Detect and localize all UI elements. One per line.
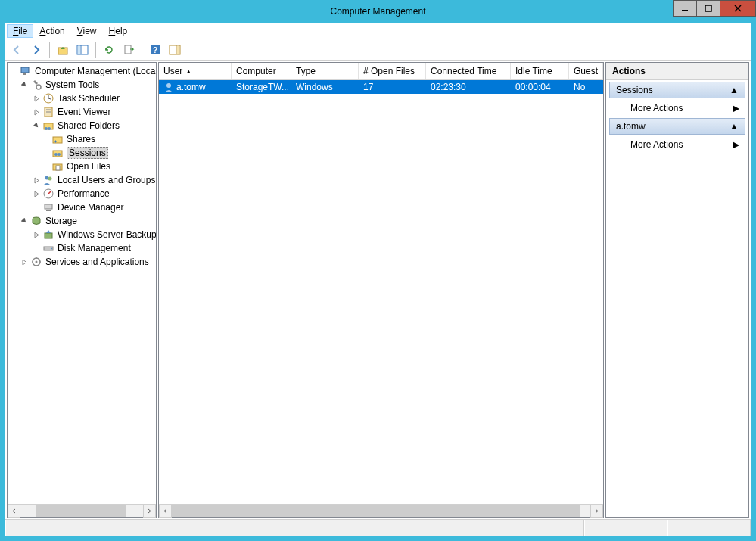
- col-computer[interactable]: Computer: [232, 63, 291, 79]
- maximize-button[interactable]: [696, 0, 720, 17]
- svg-rect-8: [125, 45, 131, 54]
- disk-icon: [42, 242, 54, 254]
- sessions-icon: [51, 147, 64, 159]
- collapse-icon[interactable]: [20, 216, 29, 225]
- help-icon[interactable]: ?: [147, 42, 163, 58]
- menu-action[interactable]: Action: [33, 24, 70, 38]
- tree-win-backup[interactable]: Windows Server Backup: [8, 228, 156, 241]
- expand-icon[interactable]: [20, 257, 29, 266]
- expand-icon[interactable]: [32, 230, 41, 239]
- svg-rect-24: [53, 137, 62, 143]
- clock-icon: [42, 92, 54, 104]
- show-hide-action-icon[interactable]: [166, 42, 183, 58]
- col-connected-time[interactable]: Connected Time: [426, 63, 511, 79]
- col-open-files[interactable]: # Open Files: [359, 63, 426, 79]
- actions-header: Actions: [606, 63, 748, 80]
- svg-rect-1: [705, 5, 711, 11]
- menu-file[interactable]: File: [7, 24, 33, 38]
- svg-point-26: [54, 153, 58, 156]
- cell-open-files: 17: [363, 82, 373, 92]
- cell-connected-time: 02:23:30: [431, 82, 466, 92]
- cell-guest: No: [574, 82, 585, 92]
- action-more-sessions[interactable]: More Actions ▶: [609, 100, 745, 117]
- show-hide-tree-icon[interactable]: [74, 42, 91, 58]
- scroll-left-icon[interactable]: [8, 505, 20, 518]
- tree-system-tools[interactable]: System Tools: [8, 78, 156, 92]
- tree-root[interactable]: Computer Management (Local: [8, 64, 156, 78]
- svg-rect-36: [45, 233, 52, 238]
- open-files-icon: [51, 160, 64, 173]
- backup-icon: [42, 229, 54, 241]
- tools-icon: [30, 79, 42, 91]
- expand-icon[interactable]: [32, 189, 41, 198]
- forward-icon[interactable]: [28, 42, 45, 58]
- collapse-icon[interactable]: [32, 121, 41, 130]
- shared-folder-icon: [42, 120, 54, 132]
- tree-sessions[interactable]: Sessions: [8, 146, 156, 160]
- svg-rect-33: [45, 204, 52, 209]
- list-hscroll[interactable]: [159, 504, 603, 517]
- collapse-icon[interactable]: [20, 80, 29, 89]
- col-type[interactable]: Type: [291, 63, 359, 79]
- refresh-icon[interactable]: [101, 42, 117, 58]
- svg-rect-13: [177, 46, 179, 54]
- list-header: User▲ Computer Type # Open Files Connect…: [159, 63, 603, 80]
- action-section-sessions[interactable]: Sessions ▲: [609, 82, 745, 98]
- close-button[interactable]: [720, 0, 756, 17]
- list-row[interactable]: a.tomw StorageTW... Windows 17 02:23:30 …: [159, 80, 603, 94]
- svg-point-40: [36, 261, 38, 263]
- expand-icon[interactable]: [32, 107, 41, 117]
- svg-point-41: [166, 83, 171, 88]
- scroll-right-icon[interactable]: [590, 505, 603, 518]
- tree-task-scheduler[interactable]: Task Scheduler: [8, 92, 156, 105]
- cell-user: a.tomw: [176, 82, 206, 92]
- actions-panel: Actions Sessions ▲ More Actions ▶ a.tomw…: [605, 62, 749, 518]
- tree-device-manager[interactable]: Device Manager: [8, 201, 156, 214]
- scroll-left-icon[interactable]: [159, 505, 172, 518]
- title-bar: Computer Management: [0, 0, 756, 23]
- tree-hscroll[interactable]: [8, 504, 156, 517]
- tree-local-users[interactable]: Local Users and Groups: [8, 173, 156, 187]
- svg-rect-14: [21, 67, 29, 73]
- col-idle-time[interactable]: Idle Time: [511, 63, 569, 79]
- action-more-user[interactable]: More Actions ▶: [609, 136, 745, 153]
- tree-performance[interactable]: Performance: [8, 187, 156, 201]
- menu-view[interactable]: View: [71, 24, 103, 38]
- cell-computer: StorageTW...: [236, 82, 289, 92]
- storage-icon: [30, 215, 42, 227]
- list-panel: User▲ Computer Type # Open Files Connect…: [158, 62, 604, 518]
- svg-point-16: [36, 85, 41, 89]
- svg-rect-25: [53, 151, 62, 157]
- expand-icon[interactable]: [32, 176, 41, 185]
- expand-icon[interactable]: [32, 94, 41, 103]
- tree-shared-folders[interactable]: Shared Folders: [8, 119, 156, 132]
- menu-help[interactable]: Help: [103, 24, 134, 38]
- services-icon: [30, 256, 42, 268]
- svg-rect-29: [56, 166, 60, 170]
- col-guest[interactable]: Guest: [569, 63, 603, 79]
- up-folder-icon[interactable]: [54, 42, 71, 58]
- sort-asc-icon: ▲: [185, 68, 191, 75]
- toolbar: ?: [5, 39, 751, 61]
- svg-point-22: [45, 127, 48, 130]
- tree-storage[interactable]: Storage: [8, 214, 156, 228]
- tree-event-viewer[interactable]: Event Viewer: [8, 105, 156, 119]
- svg-rect-7: [78, 46, 80, 54]
- tree-services-apps[interactable]: Services and Applications: [8, 255, 156, 269]
- tree-open-files[interactable]: Open Files: [8, 160, 156, 173]
- tree-disk-mgmt[interactable]: Disk Management: [8, 241, 156, 255]
- export-list-icon[interactable]: [120, 42, 137, 58]
- action-section-user[interactable]: a.tomw ▲: [609, 118, 745, 135]
- svg-rect-34: [46, 210, 51, 211]
- tree-shares[interactable]: Shares: [8, 132, 156, 146]
- cell-idle-time: 00:00:04: [515, 82, 551, 92]
- computer-icon: [20, 65, 32, 77]
- back-icon: [8, 42, 25, 58]
- scroll-right-icon[interactable]: [143, 505, 156, 518]
- minimize-button[interactable]: [673, 0, 697, 17]
- event-log-icon: [42, 106, 54, 118]
- col-user[interactable]: User▲: [159, 63, 232, 79]
- menu-bar: File Action View Help: [5, 23, 751, 39]
- device-icon: [42, 201, 54, 213]
- chevron-right-icon: ▶: [733, 139, 739, 150]
